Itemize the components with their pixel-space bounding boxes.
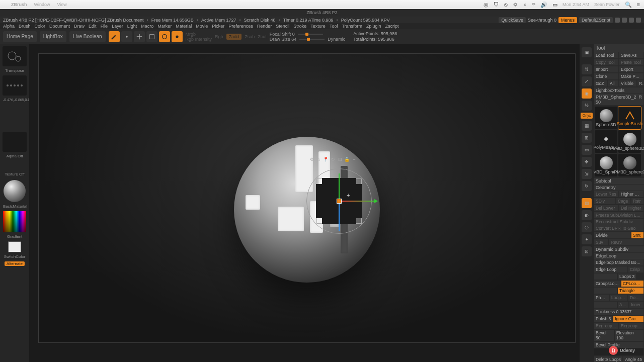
zadd-button[interactable]: Zadd bbox=[226, 34, 242, 40]
menu-file[interactable]: File bbox=[101, 24, 108, 29]
make-polymesh-button[interactable]: Make PolyMesh3D bbox=[619, 73, 643, 79]
persp-chip[interactable]: Onyx bbox=[581, 113, 593, 119]
ignore-groups-button[interactable]: Ignore Groups bbox=[613, 316, 643, 322]
triangle-button[interactable]: Triangle bbox=[618, 288, 643, 294]
mac-menu-window[interactable]: Window bbox=[34, 2, 50, 7]
alternate-button[interactable]: Alternate bbox=[5, 261, 25, 266]
live-boolean-button[interactable]: Live Boolean bbox=[69, 31, 106, 42]
mac-menu-view[interactable]: View bbox=[57, 2, 67, 7]
menu-color[interactable]: Color bbox=[35, 24, 46, 29]
tool-name-slider[interactable]: PM3D_Sphere3D_2 50R bbox=[594, 94, 643, 105]
spotlight-icon[interactable]: 🔍 bbox=[625, 2, 632, 8]
menus-toggle[interactable]: Menus bbox=[558, 17, 577, 23]
material-thumb[interactable] bbox=[4, 180, 26, 202]
sdiv-slider[interactable]: SDiv bbox=[594, 198, 615, 204]
mini-icon[interactable] bbox=[629, 18, 634, 23]
gizmo-sticky-icon[interactable]: ⊡ bbox=[337, 157, 343, 162]
loops-slider[interactable]: Loops 3 bbox=[618, 274, 636, 280]
tool-thumb[interactable]: SimpleBrush bbox=[618, 107, 641, 129]
menu-picker[interactable]: Picker bbox=[212, 24, 224, 29]
transpose-brush[interactable] bbox=[3, 46, 27, 66]
polish-slider[interactable]: Polish 5 bbox=[594, 316, 612, 322]
scale-icon[interactable]: ⇲ bbox=[582, 169, 592, 179]
tool-thumb[interactable]: PM3D_sphere3D_1 bbox=[618, 130, 641, 153]
cage-button[interactable]: Cage bbox=[616, 198, 630, 204]
color-swatch[interactable] bbox=[8, 241, 21, 252]
edge-loop-button[interactable]: Edge Loop bbox=[594, 266, 627, 273]
del-lower-button[interactable]: Del Lower bbox=[594, 205, 618, 211]
wifi-icon[interactable]: ⌔ bbox=[532, 2, 535, 8]
floor-icon[interactable]: ▦ bbox=[582, 121, 592, 131]
inner-button[interactable]: Inner bbox=[629, 302, 643, 308]
load-tool-button[interactable]: Load Tool bbox=[594, 52, 618, 58]
freeze-subdiv-button[interactable]: Freeze SubDivision Levels bbox=[594, 212, 643, 218]
tool-thumb[interactable]: PM3D_sphere3 bbox=[618, 154, 641, 176]
scale-mode-icon[interactable] bbox=[146, 31, 157, 42]
mac-user[interactable]: Sean Fowler bbox=[594, 2, 620, 7]
export-button[interactable]: Export bbox=[619, 66, 643, 72]
menu-render[interactable]: Render bbox=[257, 24, 272, 29]
quicksave-button[interactable]: QuickSave bbox=[499, 17, 526, 23]
home-page-button[interactable]: Home Page bbox=[3, 31, 37, 42]
lightbox-button[interactable]: LightBox bbox=[40, 31, 66, 42]
menu-material[interactable]: Material bbox=[176, 24, 192, 29]
goz-button[interactable]: GoZ bbox=[594, 80, 607, 86]
scroll-icon[interactable]: ⇅ bbox=[582, 64, 592, 74]
gizmo-lock-icon[interactable]: 🔒 bbox=[344, 157, 350, 162]
gizmo-axis-y[interactable] bbox=[339, 173, 340, 201]
angle-slider[interactable]: Angle 45 bbox=[623, 356, 643, 362]
mac-app-name[interactable]: ZBrush bbox=[11, 2, 27, 7]
mac-clock[interactable]: Mon 2:54 AM bbox=[562, 2, 589, 7]
divide-button[interactable]: Divide bbox=[594, 232, 630, 238]
local-icon[interactable]: ⊞ bbox=[582, 133, 592, 143]
reconstruct-button[interactable]: Reconstruct Subdiv bbox=[594, 219, 643, 225]
transp-icon[interactable]: ◐ bbox=[582, 210, 592, 220]
zcut-label[interactable]: Zcut bbox=[258, 34, 267, 39]
focal-slider[interactable] bbox=[298, 34, 323, 35]
import-button[interactable]: Import bbox=[594, 66, 618, 72]
battery-icon[interactable]: ▭ bbox=[552, 2, 557, 8]
polyf-icon[interactable]: ▤ bbox=[582, 198, 592, 208]
gizmo-axis-x[interactable] bbox=[339, 201, 377, 202]
menu-stencil[interactable]: Stencil bbox=[276, 24, 289, 29]
geometry-section[interactable]: Geometry bbox=[594, 185, 644, 191]
goz-all-button[interactable]: All bbox=[608, 80, 618, 86]
menu-macro[interactable]: Macro bbox=[141, 24, 153, 29]
loops8-slider[interactable]: Loops 8 bbox=[610, 295, 627, 301]
edgeloop-section[interactable]: EdgeLoop bbox=[594, 253, 644, 259]
gizmo-pin-icon[interactable]: 📍 bbox=[323, 157, 329, 162]
edgeloop-masked-button[interactable]: Edgeloop Masked Border bbox=[594, 259, 643, 265]
append-button[interactable]: Append bbox=[618, 302, 628, 308]
menu-texture[interactable]: Texture bbox=[310, 24, 326, 29]
gizmo-reset-icon[interactable]: ↻ bbox=[330, 157, 336, 162]
menu-zplugin[interactable]: Zplugin bbox=[366, 24, 381, 29]
convert-bpr-button[interactable]: Convert BPR To Geo bbox=[594, 225, 643, 231]
menu-zscript[interactable]: Zscript bbox=[385, 24, 399, 29]
menu-edit[interactable]: Edit bbox=[89, 24, 97, 29]
dynamic-subdiv-section[interactable]: Dynamic Subdiv bbox=[594, 246, 644, 252]
bpr-icon[interactable]: ▣ bbox=[582, 47, 592, 57]
panel-loops-button[interactable]: Panel Loops bbox=[594, 295, 609, 301]
gizmo-home-icon[interactable]: ⌂ bbox=[316, 157, 322, 162]
gizmo-toolbar[interactable]: ⚙ ⌂ 📍 ↻ ⊡ 🔒 − bbox=[309, 157, 357, 162]
actual-icon[interactable]: ◉ bbox=[582, 88, 592, 99]
clone-button[interactable]: Clone bbox=[594, 73, 618, 79]
crisp-button[interactable]: Crisp bbox=[628, 266, 643, 273]
dynamic-label[interactable]: Dynamic bbox=[328, 37, 345, 42]
menu-light[interactable]: Light bbox=[127, 24, 137, 29]
switchcolor-label[interactable]: SwitchColor bbox=[3, 254, 26, 259]
goz-visible-button[interactable]: Visible bbox=[619, 80, 636, 86]
groupsloops-button[interactable]: GroupsLoops bbox=[594, 281, 620, 287]
regroup-panels-button[interactable]: RegroupPanels bbox=[594, 323, 618, 329]
smt-button[interactable]: Smt bbox=[631, 232, 643, 238]
ghost-icon[interactable]: ◌ bbox=[582, 222, 592, 232]
rotate-icon[interactable]: ↻ bbox=[582, 181, 592, 191]
gizmo-axis-z[interactable] bbox=[339, 201, 340, 231]
gizmo-center[interactable] bbox=[337, 199, 342, 204]
menu-draw[interactable]: Draw bbox=[74, 24, 85, 29]
tool-header[interactable]: Tool bbox=[594, 44, 644, 52]
lightbox-tools[interactable]: Lightbox>Tools bbox=[594, 87, 643, 94]
gizmo-minus-icon[interactable]: − bbox=[351, 157, 357, 162]
alpha-thumb[interactable] bbox=[3, 132, 27, 152]
save-as-button[interactable]: Save As bbox=[619, 52, 643, 58]
